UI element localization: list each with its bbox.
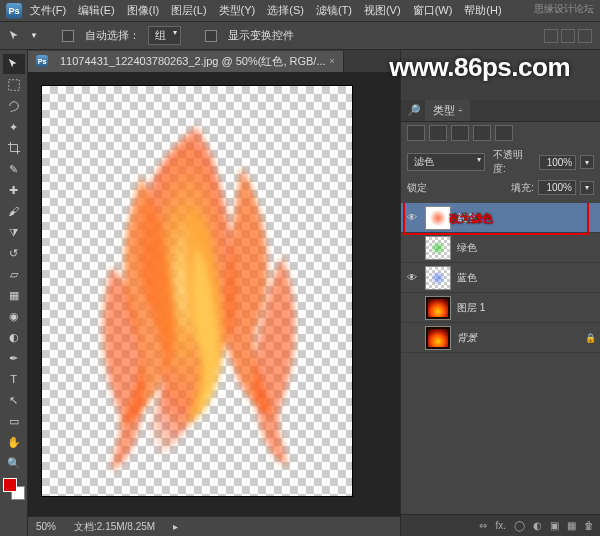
layer-row[interactable]: 绿色 <box>401 233 600 263</box>
type-tool[interactable]: T <box>3 369 25 389</box>
options-bar: ▼ 自动选择： 组 显示变换控件 <box>0 22 600 50</box>
layers-tab-label: 类型 <box>433 103 455 118</box>
new-layer-icon[interactable]: ▦ <box>567 520 576 531</box>
layer-name[interactable]: 图层 1 <box>457 301 596 315</box>
layer-thumbnail[interactable] <box>425 326 451 350</box>
layer-thumbnail[interactable] <box>425 206 451 230</box>
menu-layer[interactable]: 图层(L) <box>171 3 206 18</box>
dodge-tool[interactable]: ◐ <box>3 327 25 347</box>
menu-edit[interactable]: 编辑(E) <box>78 3 115 18</box>
layer-row[interactable]: 👁 红色 <box>401 203 600 233</box>
layer-thumbnail[interactable] <box>425 266 451 290</box>
opacity-label: 不透明度: <box>493 148 535 176</box>
move-tool-icon <box>8 29 22 43</box>
opacity-chevron-icon[interactable]: ▾ <box>580 155 594 169</box>
stamp-tool[interactable]: ⧩ <box>3 222 25 242</box>
menu-image[interactable]: 图像(I) <box>127 3 159 18</box>
history-brush-tool[interactable]: ↺ <box>3 243 25 263</box>
foreground-color-swatch[interactable] <box>3 478 17 492</box>
visibility-toggle[interactable]: 👁 <box>405 212 419 223</box>
menu-view[interactable]: 视图(V) <box>364 3 401 18</box>
menu-file[interactable]: 文件(F) <box>30 3 66 18</box>
menu-window[interactable]: 窗口(W) <box>413 3 453 18</box>
layers-panel-header: 🔎 类型 ÷ <box>401 100 600 122</box>
layer-row[interactable]: 图层 1 <box>401 293 600 323</box>
collapsed-panel-well[interactable] <box>401 50 600 100</box>
fill-input[interactable]: 100% <box>538 180 576 195</box>
document-tab-bar: Ps 11074431_122403780263_2.jpg @ 50%(红色,… <box>28 50 400 72</box>
hand-tool[interactable]: ✋ <box>3 432 25 452</box>
menu-type[interactable]: 类型(Y) <box>219 3 256 18</box>
eraser-tool[interactable]: ▱ <box>3 264 25 284</box>
status-bar: 50% 文档:2.15M/8.25M ▸ <box>28 516 400 536</box>
status-chevron-icon[interactable]: ▸ <box>173 521 178 532</box>
document-tab-title: 11074431_122403780263_2.jpg @ 50%(红色, RG… <box>60 54 326 69</box>
lasso-tool[interactable] <box>3 96 25 116</box>
link-layers-icon[interactable]: ⇔ <box>479 520 487 531</box>
fill-chevron-icon[interactable]: ▾ <box>580 181 594 195</box>
app-logo: Ps <box>6 3 22 19</box>
delete-layer-icon[interactable]: 🗑 <box>584 520 594 531</box>
layer-row[interactable]: 背景 🔒 <box>401 323 600 353</box>
fill-label: 填充: <box>511 181 534 195</box>
zoom-level[interactable]: 50% <box>36 521 56 532</box>
marquee-tool[interactable] <box>3 75 25 95</box>
filter-shape-icon[interactable] <box>473 125 491 141</box>
document-filesize: 文档:2.15M/8.25M <box>74 520 155 534</box>
layer-thumbnail[interactable] <box>425 236 451 260</box>
crop-tool[interactable] <box>3 138 25 158</box>
lock-icon: 🔒 <box>585 333 596 343</box>
layer-name[interactable]: 背景 <box>457 331 579 345</box>
canvas-content <box>42 86 352 496</box>
wand-tool[interactable]: ✦ <box>3 117 25 137</box>
canvas-viewport[interactable] <box>28 72 400 516</box>
blur-tool[interactable]: ◉ <box>3 306 25 326</box>
blend-mode-dropdown[interactable]: 滤色 <box>407 153 485 171</box>
search-icon[interactable]: 🔎 <box>407 104 421 117</box>
color-swatches[interactable] <box>3 478 25 500</box>
ps-doc-icon: Ps <box>36 55 48 67</box>
layers-panel-footer: ⇔ fx. ◯ ◐ ▣ ▦ 🗑 <box>401 514 600 536</box>
chevron-down-icon[interactable]: ▼ <box>30 31 38 40</box>
eyedropper-tool[interactable]: ✎ <box>3 159 25 179</box>
filter-adjust-icon[interactable] <box>429 125 447 141</box>
path-tool[interactable]: ↖ <box>3 390 25 410</box>
layer-thumbnail[interactable] <box>425 296 451 320</box>
auto-select-checkbox[interactable] <box>62 30 74 42</box>
show-transform-checkbox[interactable] <box>205 30 217 42</box>
show-transform-label: 显示变换控件 <box>228 28 294 43</box>
menu-select[interactable]: 选择(S) <box>267 3 304 18</box>
filter-smart-icon[interactable] <box>495 125 513 141</box>
group-icon[interactable]: ▣ <box>550 520 559 531</box>
chevron-down-icon: ÷ <box>458 106 462 115</box>
opacity-input[interactable]: 100% <box>539 155 576 170</box>
layer-name[interactable]: 红色 <box>457 211 596 225</box>
visibility-toggle[interactable]: 👁 <box>405 272 419 283</box>
shape-tool[interactable]: ▭ <box>3 411 25 431</box>
gradient-tool[interactable]: ▦ <box>3 285 25 305</box>
document-tab[interactable]: Ps 11074431_122403780263_2.jpg @ 50%(红色,… <box>28 51 344 72</box>
filter-pixel-icon[interactable] <box>407 125 425 141</box>
move-tool[interactable] <box>3 54 25 74</box>
menu-filter[interactable]: 滤镜(T) <box>316 3 352 18</box>
healing-tool[interactable]: ✚ <box>3 180 25 200</box>
layer-row[interactable]: 👁 蓝色 <box>401 263 600 293</box>
filter-type-icon[interactable] <box>451 125 469 141</box>
layers-tab[interactable]: 类型 ÷ <box>425 100 470 121</box>
layer-mask-icon[interactable]: ◯ <box>514 520 525 531</box>
auto-select-label: 自动选择： <box>85 28 140 43</box>
zoom-tool[interactable]: 🔍 <box>3 453 25 473</box>
adjustment-layer-icon[interactable]: ◐ <box>533 520 542 531</box>
auto-select-dropdown[interactable]: 组 <box>148 26 181 45</box>
canvas[interactable] <box>42 86 352 496</box>
layer-name[interactable]: 蓝色 <box>457 271 596 285</box>
layer-name[interactable]: 绿色 <box>457 241 596 255</box>
menu-help[interactable]: 帮助(H) <box>464 3 501 18</box>
close-tab-icon[interactable]: × <box>330 56 335 66</box>
layer-fx-icon[interactable]: fx. <box>495 520 506 531</box>
align-icons[interactable] <box>544 29 592 43</box>
lock-label: 锁定 <box>407 181 427 195</box>
pen-tool[interactable]: ✒ <box>3 348 25 368</box>
panels-dock: 🔎 类型 ÷ 滤色 不透明度: 100% ▾ <box>400 50 600 536</box>
brush-tool[interactable]: 🖌 <box>3 201 25 221</box>
